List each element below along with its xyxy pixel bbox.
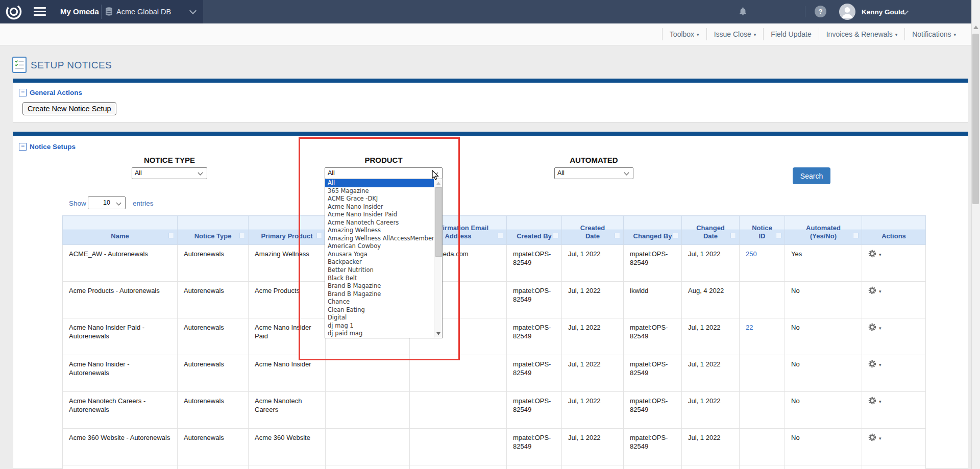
sort-icon[interactable]: [673, 233, 678, 238]
column-header-text: Changed: [685, 224, 736, 232]
cell-changed_by: mpatel:OPS-82549: [624, 429, 682, 465]
search-button[interactable]: Search: [793, 167, 830, 184]
column-header-changed_by[interactable]: Changed By: [624, 216, 682, 245]
sort-icon[interactable]: [498, 233, 503, 238]
cell-created_date: Jul, 1 2022: [562, 245, 624, 282]
sort-icon[interactable]: [730, 233, 736, 238]
row-actions-button[interactable]: ▾: [868, 397, 919, 407]
automated-filter-label: AUTOMATED: [554, 156, 633, 164]
column-header-notice_id[interactable]: NoticeID: [740, 216, 785, 245]
toolbar-item-label: Invoices & Renewals: [826, 30, 893, 38]
cell-changed_by: mpatel:OPS-82549: [624, 392, 682, 429]
row-actions-button[interactable]: ▾: [868, 360, 919, 370]
setup-notices-icon: [12, 57, 27, 75]
gear-icon: [868, 323, 876, 333]
cell-notice_type: Autorenewals: [178, 392, 249, 429]
cell-actions: ▾: [862, 392, 926, 429]
column-header-automated[interactable]: Automated(Yes/No): [785, 216, 862, 245]
scroll-up-arrow-icon[interactable]: [973, 26, 978, 29]
column-header-text: Notice Type: [181, 232, 245, 240]
column-header-changed_date[interactable]: ChangedDate: [682, 216, 740, 245]
cell-notice_id: [740, 355, 785, 392]
toolbar-item-invoices-renewals[interactable]: Invoices & Renewals▾: [819, 28, 904, 40]
cell-actions: ▾: [862, 355, 926, 392]
notice-id-link[interactable]: 250: [746, 250, 757, 258]
chevron-down-icon: ▾: [879, 398, 881, 406]
cell-notice_id: [740, 392, 785, 429]
sort-icon[interactable]: [239, 233, 245, 238]
chevron-down-icon: ▾: [953, 32, 956, 37]
table-row: Acme 360 Website - AutorenewalsAutorenew…: [63, 429, 926, 465]
cell-primary_product: Acme Nano Insider: [249, 355, 326, 392]
cell-notice_type: Autorenewals: [178, 318, 249, 355]
sort-icon[interactable]: [853, 233, 859, 238]
cell-name: Acme Nano Insider - Autorenewals: [63, 355, 178, 392]
notifications-bell-icon[interactable]: [738, 6, 748, 19]
cell-extra: [326, 392, 410, 429]
column-header-created_date[interactable]: CreatedDate: [562, 216, 624, 245]
notice-type-select[interactable]: All: [132, 167, 207, 179]
navbar-left-section: [0, 0, 203, 23]
create-new-notice-setup-button[interactable]: Create New Notice Setup: [22, 102, 116, 115]
cell-created_date: Jul, 1 2022: [562, 318, 624, 355]
avatar[interactable]: [839, 4, 855, 22]
cell-primary_product: Backpacker: [249, 465, 326, 469]
collapse-toggle-icon[interactable]: −: [19, 143, 27, 151]
column-header-text: Date: [565, 232, 620, 240]
cell-email: [410, 429, 507, 465]
table-row: Acme Nano Insider Paid - AutorenewalsAut…: [63, 318, 926, 355]
cell-created_date: Jul, 1 2022: [562, 355, 624, 392]
column-header-text: Created: [565, 224, 620, 232]
sort-icon[interactable]: [776, 233, 781, 238]
toolbar-items: Toolbox▾Issue Close▾Field UpdateInvoices…: [662, 23, 963, 45]
cell-name: Acme Nanotech Careers - Autorenewals: [63, 392, 178, 429]
cell-created_by: mpatel:OPS-82549: [507, 245, 562, 282]
row-actions-button[interactable]: ▾: [868, 433, 919, 443]
help-icon[interactable]: ?: [815, 6, 826, 17]
notice-setups-title: Notice Setups: [30, 143, 76, 151]
toolbar-item-notifications[interactable]: Notifications▾: [904, 28, 963, 40]
column-header-name[interactable]: Name: [63, 216, 178, 245]
column-header-notice_type[interactable]: Notice Type: [178, 216, 249, 245]
toolbar-item-toolbox[interactable]: Toolbox▾: [662, 28, 706, 40]
row-actions-button[interactable]: ▾: [868, 286, 919, 297]
table-row: ACME_AW - AutorenewalsAutorenewalsAmazin…: [63, 245, 926, 282]
cell-email: [410, 392, 507, 429]
cell-actions: ▾: [862, 318, 926, 355]
menu-hamburger-icon[interactable]: [34, 7, 46, 16]
gear-icon: [868, 286, 876, 297]
column-header-created_by[interactable]: Created By: [507, 216, 562, 245]
cell-notice_type: Autorenewals: [178, 282, 249, 318]
user-menu[interactable]: Kenny Gould: [862, 8, 904, 16]
cell-created_by: mpatel:OPS-82549: [507, 355, 562, 392]
scrollbar-thumb[interactable]: [972, 34, 979, 204]
notice-id-link[interactable]: 22: [746, 324, 753, 331]
database-selector[interactable]: Acme Global DB: [116, 8, 171, 16]
toolbar-item-field-update[interactable]: Field Update: [763, 28, 818, 40]
row-actions-button[interactable]: ▾: [868, 323, 919, 333]
table-row: Acme Nanotech Careers - AutorenewalsAuto…: [63, 392, 926, 429]
column-header-text: Actions: [865, 232, 922, 240]
general-actions-title: General Actions: [30, 89, 82, 96]
omeda-logo-icon[interactable]: [5, 3, 22, 22]
gear-icon: [868, 397, 876, 407]
cell-actions: ▾: [862, 465, 926, 469]
cell-name: Acme 360 Website - Autorenewals: [63, 429, 178, 465]
cell-automated: Yes: [785, 245, 862, 282]
row-actions-button[interactable]: ▾: [868, 250, 919, 260]
sort-icon[interactable]: [553, 233, 558, 238]
toolbar-item-issue-close[interactable]: Issue Close▾: [706, 28, 764, 40]
brand-title[interactable]: My Omeda: [60, 7, 99, 16]
cell-created_by: mpatel:OPS-82549: [507, 429, 562, 465]
column-header-text: Changed By: [627, 232, 678, 240]
cell-changed_by: mpatel:OPS-82549: [624, 355, 682, 392]
automated-select[interactable]: All: [554, 167, 633, 179]
sort-icon[interactable]: [168, 233, 174, 238]
collapse-toggle-icon[interactable]: −: [19, 89, 27, 96]
entries-per-page-select[interactable]: 10: [88, 196, 126, 209]
cell-email: [410, 355, 507, 392]
column-header-text: Automated: [788, 224, 859, 232]
entries-label: entries: [133, 200, 154, 207]
sort-icon[interactable]: [615, 233, 620, 238]
table-header-row: NameNotice TypePrimary ProductConfirmati…: [63, 216, 926, 245]
